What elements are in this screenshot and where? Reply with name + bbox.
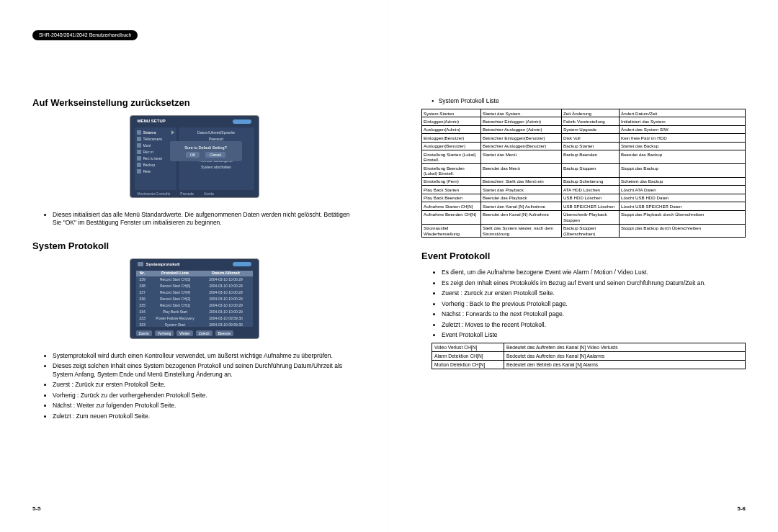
table-cell: Einstellung (Fern) bbox=[422, 177, 481, 185]
table-cell: Backup Stoppen bbox=[562, 164, 620, 178]
samsung-logo bbox=[233, 262, 251, 266]
bullet-item: Vorherig : Zurück zu der vorhergehenden … bbox=[53, 392, 356, 400]
table-cell: Überschreib-Playback Stoppen bbox=[562, 210, 620, 224]
shot1-title: MENU SETUP bbox=[138, 119, 166, 123]
table-cell: Initialisiert das System bbox=[620, 117, 746, 125]
menu-item: Rete bbox=[137, 169, 174, 173]
table-cell: Backup Starten bbox=[562, 142, 620, 150]
screenshot-button: Weiter bbox=[176, 330, 192, 336]
menu-item: Sistema bbox=[137, 130, 174, 135]
table-cell: Scheitert das Backup bbox=[620, 177, 746, 185]
screenshot-button: Zuerst bbox=[136, 330, 152, 336]
table-cell: Ausloggen(Admin) bbox=[422, 125, 481, 133]
table-cell: Bedeutet das Auftreten des Kanal [N] Vid… bbox=[504, 343, 746, 351]
table-row: Stromausfall WiederherstellungStellt das… bbox=[422, 224, 746, 238]
page-left: SHR-2040/2041/2042 Benutzerhandbuch Auf … bbox=[0, 0, 389, 532]
table-cell: Backup Scheiterung bbox=[562, 177, 620, 185]
page-number-left: 5-5 bbox=[32, 505, 41, 512]
table-cell: Startet das Menü bbox=[481, 150, 562, 164]
bullet-item: Dieses initialisiert das alle Menü Stand… bbox=[53, 211, 356, 227]
table-row: System StartenStartet das System.Zeit Än… bbox=[422, 109, 746, 117]
menu-item: Rec fo timer bbox=[137, 156, 174, 161]
col-datum: Datum./Uhrzeit bbox=[200, 271, 253, 276]
section-heading-event-protokoll: Event Protokoll bbox=[421, 251, 746, 261]
table-cell: Startet das Playback. bbox=[481, 186, 562, 194]
menu-item: Télécamera bbox=[137, 137, 174, 141]
table-cell: Backup Beenden bbox=[562, 150, 620, 164]
hint-text: Precede bbox=[180, 191, 194, 196]
document-header: SHR-2040/2041/2042 Benutzerhandbuch bbox=[32, 30, 138, 40]
table-cell: Zeit Änderung bbox=[562, 109, 620, 117]
table-cell: Betrachter: Stellt das Menü ein bbox=[481, 177, 562, 185]
table-cell: Betrachter Ausloggen(Benutzer) bbox=[481, 142, 562, 150]
table-row: Alarm Detektion CH[N]Bedeutet das Auftre… bbox=[432, 351, 746, 360]
page-right: System Protokoll Liste System StartenSta… bbox=[389, 0, 778, 532]
table-cell: Betrachter Einloggen(Benutzer) bbox=[481, 134, 562, 142]
page-number-right: 5-6 bbox=[737, 505, 746, 512]
table-cell: Bedeutet den Betrieb des Kanal [N] Alarm… bbox=[504, 360, 746, 369]
table-row: Aufnahme Beenden CH[N]Beendet den Kanal … bbox=[422, 210, 746, 224]
table-row: Play Back BeendenBeendet das PlaybackUSB… bbox=[422, 194, 746, 202]
log-row: 339Record Start CH[3]2004-03-10 10:00:29 bbox=[136, 276, 253, 283]
table-cell: Löscht ATA Daten bbox=[620, 186, 746, 194]
bullet-list-right: Es dient, um die Aufnahme bezogene Event… bbox=[421, 269, 746, 339]
table-cell: Video Verlust CH[N] bbox=[432, 343, 504, 351]
table-cell: Alarm Detektion CH[N] bbox=[432, 351, 504, 360]
table-cell: Löscht USB HDD Daten bbox=[620, 194, 746, 202]
screenshot-system-log: Systemprotokoll Nr. Protokoll Liste Datu… bbox=[32, 258, 356, 342]
table-cell: Beendet den Kanal [N] Aufnahme bbox=[481, 210, 562, 224]
dialog-ok-button: OK bbox=[186, 152, 200, 158]
table-row: Ausloggen(Benutzer)Betrachter Ausloggen(… bbox=[422, 142, 746, 150]
table-cell: Bedeutet das Auftreten des Kanal [N] Aal… bbox=[504, 351, 746, 360]
bullet-item: Nächst : Weiter zur folgenden Protokoll … bbox=[53, 402, 356, 410]
table-cell: Beendet das Backup bbox=[620, 150, 746, 164]
event-protokoll-table: Video Verlust CH[N]Bedeutet das Auftrete… bbox=[432, 343, 746, 369]
table-cell: Beendet das Menü bbox=[481, 164, 562, 178]
bullet-item: Es dient, um die Aufnahme bezogene Event… bbox=[442, 269, 746, 276]
log-row: 335Record Start CH[1]2004-03-10 10:00:29 bbox=[136, 302, 253, 309]
log-row: 333System Start2004-03-10 09:59:30 bbox=[136, 322, 253, 328]
bullet-item: Zuletzt : Moves to the recent Protokoll. bbox=[442, 321, 746, 329]
table-cell: Ausloggen(Benutzer) bbox=[422, 142, 481, 150]
screenshot-button: Zuletzt bbox=[196, 330, 213, 336]
table-cell: Disk Voll bbox=[562, 134, 620, 142]
bullet-item: Vorherig : Back to the previous Protokol… bbox=[442, 300, 746, 308]
log-row: 338Record Start CH[6]2004-03-10 10:00:29 bbox=[136, 283, 253, 289]
screenshot-button: Beende bbox=[215, 330, 233, 336]
table-cell: Einloggen(Benutzer) bbox=[422, 134, 481, 142]
table-cell: USB HDD Löschen bbox=[562, 194, 620, 202]
table-cell: Einloggen(Admin) bbox=[422, 117, 481, 125]
table-cell: Aufnahme Beenden CH[N] bbox=[422, 210, 481, 224]
col-protokoll: Protokoll Liste bbox=[149, 271, 200, 276]
table-cell: USB SPEICHER Löschen bbox=[562, 202, 620, 210]
screenshot-button: Vorherig bbox=[155, 330, 174, 336]
log-row: 336Record Start CH[2]2004-03-10 10:00:29 bbox=[136, 296, 253, 302]
table-cell: Startet das System. bbox=[481, 109, 562, 117]
table-cell: Stellt das System wieder, nach dem Strom… bbox=[481, 224, 562, 238]
table-cell: Startet das Backup bbox=[620, 142, 746, 150]
dialog-cancel-button: Cancel bbox=[205, 152, 225, 158]
subheading-system-protokoll-liste: System Protokoll Liste bbox=[432, 97, 746, 104]
list-icon bbox=[138, 262, 143, 266]
table-cell: Ändert Datum/Zeit bbox=[620, 109, 746, 117]
table-row: Aufnahme Starten CH[N]Startet den Kanal … bbox=[422, 202, 746, 210]
table-cell: Stromausfall Wiederherstellung bbox=[422, 224, 481, 238]
bullet-list-2: Systemprotokoll wird durch einen Kontrol… bbox=[32, 352, 356, 420]
screenshot-menu-setup: MENU SETUP SistemaTélécameraMoniRec mRec… bbox=[32, 115, 356, 201]
table-cell: Fabrik Voreinstellung bbox=[562, 117, 620, 125]
table-cell: System Upgrade bbox=[562, 125, 620, 133]
table-cell: Kein freie Patz im HDD bbox=[620, 134, 746, 142]
table-cell: Beendet das Playback bbox=[481, 194, 562, 202]
table-cell: Löscht USB SPEICHER Daten bbox=[620, 202, 746, 210]
bullet-item: Es zeigt den Inhalt eines Protokokls im … bbox=[442, 279, 746, 287]
table-row: Play Back StartenStartet das Playback.AT… bbox=[422, 186, 746, 194]
table-cell: Stoppt das Backup bbox=[620, 164, 746, 178]
table-cell: System Starten bbox=[422, 109, 481, 117]
table-row: Einloggen(Benutzer)Betrachter Einloggen(… bbox=[422, 134, 746, 142]
table-cell: Einstellung Beenden (Lokal) Einstell. bbox=[422, 164, 481, 178]
table-cell: Stoppt das Playback durch Überschreiben bbox=[620, 210, 746, 224]
table-row: Einstellung Beenden (Lokal) Einstell.Bee… bbox=[422, 164, 746, 178]
samsung-logo bbox=[233, 120, 251, 124]
table-row: Ausloggen(Admin)Betrachter Ausloggen (Ad… bbox=[422, 125, 746, 133]
log-row: 334Play Back Start2004-03-10 10:00:29 bbox=[136, 309, 253, 315]
